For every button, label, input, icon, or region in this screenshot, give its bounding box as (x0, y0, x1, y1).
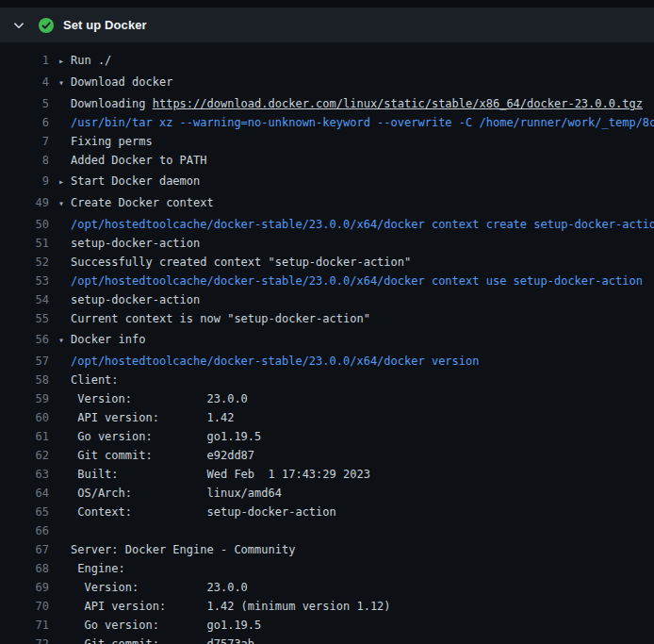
line-content: Built: Wed Feb 1 17:43:29 2023 (49, 465, 654, 484)
log-text: OS/Arch: linux/amd64 (71, 487, 282, 500)
line-content: Fixing perms (49, 132, 654, 151)
log-line: 54setup-docker-action (0, 290, 654, 309)
log-text: setup-docker-action (71, 293, 200, 306)
line-number[interactable]: 68 (0, 559, 49, 578)
line-number[interactable]: 4 (0, 73, 49, 91)
log-link[interactable]: https://download.docker.com/linux/static… (153, 97, 643, 110)
line-number[interactable]: 69 (0, 578, 49, 597)
log-text: Engine: (71, 562, 125, 575)
line-content: API version: 1.42 (49, 408, 654, 427)
line-content: Downloading https://download.docker.com/… (49, 94, 654, 113)
log-text: Git commit: e92dd87 (71, 449, 254, 462)
line-content: ▾Docker info (49, 330, 654, 350)
log-command-text: /opt/hostedtoolcache/docker-stable/23.0.… (71, 355, 479, 368)
line-number[interactable]: 61 (0, 427, 49, 446)
line-content: setup-docker-action (49, 290, 654, 309)
line-number[interactable]: 63 (0, 465, 49, 484)
log-text: Create Docker context (71, 196, 214, 209)
log-line: 51setup-docker-action (0, 234, 654, 253)
log-group-row[interactable]: 4▾Download docker (0, 73, 654, 92)
log-text: Added Docker to PATH (71, 154, 207, 167)
line-number[interactable]: 1 (0, 51, 49, 70)
log-text: Docker info (71, 333, 145, 346)
log-line: 69 Version: 23.0.0 (0, 578, 654, 597)
line-content: ▾Download docker (49, 73, 654, 92)
line-number[interactable]: 5 (0, 94, 49, 113)
line-content: Version: 23.0.0 (49, 389, 654, 408)
line-number[interactable]: 8 (0, 151, 49, 170)
line-content: ▾Create Docker context (49, 193, 654, 213)
line-number[interactable]: 49 (0, 193, 49, 212)
line-number[interactable]: 65 (0, 503, 49, 521)
line-content: OS/Arch: linux/amd64 (49, 484, 654, 503)
log-group-row[interactable]: 1▸Run ./ (0, 51, 654, 71)
line-content: Git commit: e92dd87 (49, 446, 654, 465)
line-number[interactable]: 72 (0, 635, 49, 644)
log-group-row[interactable]: 49▾Create Docker context (0, 193, 654, 213)
log-command-text: /usr/bin/tar xz --warning=no-unknown-key… (71, 116, 654, 129)
page-background-strip (0, 0, 654, 8)
log-text: Run ./ (71, 54, 111, 67)
line-number[interactable]: 54 (0, 290, 49, 309)
line-number[interactable]: 53 (0, 272, 49, 290)
line-number[interactable]: 9 (0, 172, 49, 190)
log-command-text: /opt/hostedtoolcache/docker-stable/23.0.… (71, 274, 643, 288)
line-number[interactable]: 59 (0, 389, 49, 408)
line-content: Go version: go1.19.5 (49, 616, 654, 635)
collapse-group-icon[interactable]: ▾ (58, 331, 71, 350)
log-text: Built: Wed Feb 1 17:43:29 2023 (71, 468, 370, 481)
log-line: 64 OS/Arch: linux/amd64 (0, 484, 654, 503)
expand-group-icon[interactable]: ▸ (58, 173, 71, 191)
log-line: 65 Context: setup-docker-action (0, 503, 654, 521)
log-text: Go version: go1.19.5 (71, 619, 261, 632)
log-container: 1▸Run ./4▾Download docker5Downloading ht… (0, 42, 654, 644)
log-text: Git commit: d7573ab (71, 637, 254, 644)
line-number[interactable]: 58 (0, 371, 49, 389)
line-number[interactable]: 67 (0, 540, 49, 559)
line-number[interactable]: 64 (0, 484, 49, 503)
log-text: Context: setup-docker-action (71, 505, 336, 519)
line-number[interactable]: 52 (0, 253, 49, 272)
line-number[interactable]: 56 (0, 330, 49, 349)
log-line: 70 API version: 1.42 (minimum version 1.… (0, 597, 654, 616)
log-line: 61 Go version: go1.19.5 (0, 427, 654, 446)
collapse-group-icon[interactable]: ▾ (58, 74, 71, 92)
line-number[interactable]: 51 (0, 234, 49, 253)
line-content: ▸Start Docker daemon (49, 172, 654, 191)
log-line: 60 API version: 1.42 (0, 408, 654, 427)
line-number[interactable]: 57 (0, 352, 49, 371)
line-number[interactable]: 6 (0, 113, 49, 132)
step-header[interactable]: Set up Docker (0, 8, 654, 42)
log-text: Downloading (71, 97, 153, 110)
line-content: Version: 23.0.0 (49, 578, 654, 597)
log-group-row[interactable]: 56▾Docker info (0, 330, 654, 350)
log-line: 67Server: Docker Engine - Community (0, 540, 654, 559)
collapse-group-icon[interactable]: ▾ (58, 194, 71, 213)
line-number[interactable]: 71 (0, 616, 49, 635)
log-line: 55Current context is now "setup-docker-a… (0, 309, 654, 328)
log-text: Current context is now "setup-docker-act… (71, 312, 370, 325)
line-content: Successfully created context "setup-dock… (49, 253, 654, 272)
line-number[interactable]: 60 (0, 408, 49, 427)
log-text: Go version: go1.19.5 (71, 430, 261, 443)
line-number[interactable]: 50 (0, 215, 49, 234)
line-number[interactable]: 70 (0, 597, 49, 616)
log-text: API version: 1.42 (71, 411, 234, 424)
log-group-row[interactable]: 9▸Start Docker daemon (0, 172, 654, 191)
line-number[interactable]: 55 (0, 309, 49, 328)
log-text: Server: Docker Engine - Community (71, 543, 295, 556)
line-content: Git commit: d7573ab (49, 635, 654, 644)
log-text: Client: (71, 373, 119, 387)
line-content: Engine: (49, 559, 654, 578)
expand-group-icon[interactable]: ▸ (58, 52, 71, 71)
line-number[interactable]: 7 (0, 132, 49, 151)
log-line: 62 Git commit: e92dd87 (0, 446, 654, 465)
log-line: 57/opt/hostedtoolcache/docker-stable/23.… (0, 352, 654, 371)
line-content: /usr/bin/tar xz --warning=no-unknown-key… (49, 113, 654, 132)
log-text: Fixing perms (71, 135, 153, 148)
line-number[interactable]: 62 (0, 446, 49, 465)
line-number[interactable]: 66 (0, 521, 49, 540)
line-content: Current context is now "setup-docker-act… (49, 309, 654, 328)
line-content (49, 521, 654, 540)
chevron-down-icon[interactable] (13, 20, 25, 31)
